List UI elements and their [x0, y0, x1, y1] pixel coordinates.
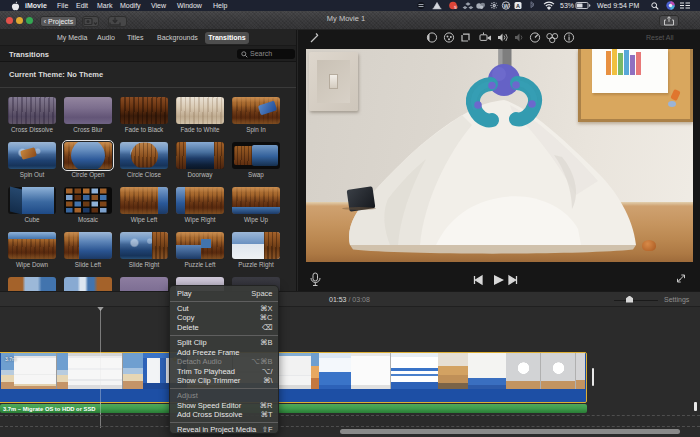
svg-text:W: W [503, 3, 509, 9]
svg-text:Reset All: Reset All [646, 34, 674, 41]
svg-text:A: A [516, 3, 520, 9]
